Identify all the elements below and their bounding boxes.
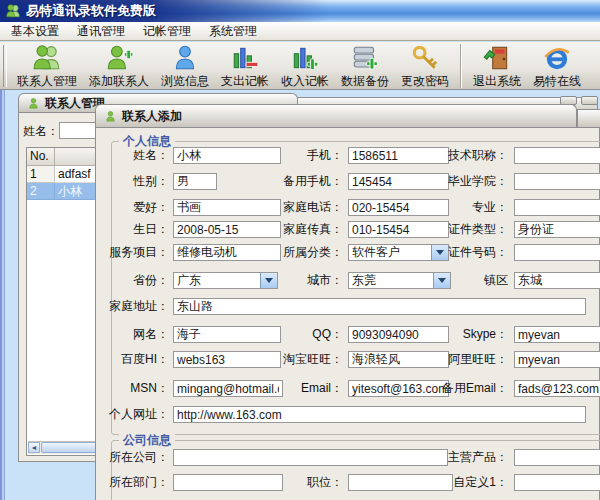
toolbar-label: 联系人管理 [17,73,77,90]
id-number-label: 证件号码： [414,244,508,261]
add-contact-icon [104,43,134,73]
data-backup-icon [350,43,380,73]
id-number-input[interactable] [514,244,600,261]
college-input[interactable] [514,173,600,190]
id-type-input[interactable] [514,221,600,238]
ali-ww-label: 阿里旺旺： [414,351,508,368]
toolbar-separator [460,44,462,88]
filter-name-label: 姓名： [23,123,57,140]
district-label: 镇区 [414,272,508,289]
custom1-label: 自定义1： [414,474,508,491]
menu-ledger-management[interactable]: 记帐管理 [134,21,200,42]
contact-add-window-title: 联系人添加 [122,108,182,125]
contact-window-icon [104,110,117,123]
column-header-no[interactable]: No. [27,148,55,165]
toolbar-label: 易特在线 [533,73,581,90]
app-title: 易特通讯录软件免费版 [26,2,156,20]
toolbar-label: 收入记帐 [281,73,329,90]
window-left-border [0,90,5,500]
toolbar-label: 更改密码 [401,73,449,90]
contact-window-icon [27,97,40,110]
home-phone-label: 家庭电话： [259,199,343,216]
id-type-label: 证件类型： [414,221,508,238]
name-label: 姓名： [96,147,169,164]
district-input[interactable] [514,272,600,289]
position-label: 职位： [259,474,343,491]
app-titlebar[interactable]: 易特通讯录软件免费版 [0,0,600,22]
home-fax-label: 家庭传真： [259,221,343,238]
category-label: 所属分类： [259,244,343,261]
province-value: 广东 [177,273,201,287]
tech-title-label: 技术职称： [414,147,508,164]
major-label: 专业： [414,199,508,216]
contact-add-window-body: 个人信息 姓名： 手机： 技术职称： 性别： 备用手机： 毕业学院： 爱好： 家… [95,127,600,500]
main-product-label: 主营产品： [414,449,508,466]
toolbar-exit-system-button[interactable]: 退出系统 [467,42,527,90]
contact-add-title-tab[interactable]: 联系人添加 [95,104,577,128]
college-label: 毕业学院： [414,173,508,190]
income-ledger-icon [290,43,320,73]
expense-ledger-icon [230,43,260,73]
department-label: 所在部门： [96,474,169,491]
gender-label: 性别： [96,173,169,190]
msn-label: MSN： [96,380,169,397]
category-value: 软件客户 [352,245,400,259]
toolbar-income-ledger-button[interactable]: 收入记帐 [275,42,335,90]
scroll-left-arrow-icon[interactable]: ◄ [28,442,40,453]
toolbar-label: 支出记帐 [221,73,269,90]
province-label: 省份： [96,272,169,289]
toolbar-online-button[interactable]: 易特在线 [527,42,587,90]
home-address-input[interactable] [173,298,586,315]
city-label: 城市： [259,272,343,289]
row-no-cell: 1 [27,166,55,183]
taobao-ww-label: 淘宝旺旺： [259,351,343,368]
mobile-label: 手机： [259,147,343,164]
toolbar: 联系人管理 添加联系人 浏览信息 [0,42,600,90]
mdi-area: 联系人管理 姓名： No. 姓名 1 adfasf 2 小林 [0,90,600,500]
toolbar-grip[interactable] [3,45,7,87]
toolbar-add-contact-button[interactable]: 添加联系人 [83,42,155,90]
menu-bar: 基本设置 通讯管理 记帐管理 系统管理 [0,22,600,41]
online-icon [542,43,572,73]
company-input[interactable] [173,449,448,466]
city-value: 东莞 [352,273,376,287]
skype-label: Skype： [414,326,508,343]
website-label: 个人网址： [96,406,169,423]
contact-add-titlebar-strip[interactable] [577,109,600,128]
toolbar-expense-ledger-button[interactable]: 支出记帐 [215,42,275,90]
toolbar-label: 添加联系人 [89,73,149,90]
toolbar-browse-info-button[interactable]: 浏览信息 [155,42,215,90]
nickname-label: 网名： [96,326,169,343]
qq-label: QQ： [259,326,343,343]
toolbar-change-password-button[interactable]: 更改密码 [395,42,455,90]
birthday-label: 生日： [96,221,169,238]
company-label: 所在公司： [96,449,169,466]
toolbar-label: 数据备份 [341,73,389,90]
app-window: 易特通讯录软件免费版 基本设置 通讯管理 记帐管理 系统管理 联系人管理 [0,0,600,500]
menu-basic-settings[interactable]: 基本设置 [2,21,68,42]
menu-system-management[interactable]: 系统管理 [200,21,266,42]
backup-email-input[interactable] [514,380,600,397]
toolbar-contacts-manage-button[interactable]: 联系人管理 [11,42,83,90]
main-product-input[interactable] [514,449,600,466]
email-label: Email： [259,380,343,397]
hobby-label: 爱好： [96,199,169,216]
toolbar-data-backup-button[interactable]: 数据备份 [335,42,395,90]
toolbar-label: 浏览信息 [161,73,209,90]
backup-mobile-label: 备用手机： [259,173,343,190]
app-icon [5,3,21,19]
contacts-manage-icon [32,43,62,73]
tech-title-input[interactable] [514,147,600,164]
ali-ww-input[interactable] [514,351,600,368]
menu-contact-management[interactable]: 通讯管理 [68,21,134,42]
website-input[interactable] [173,406,586,423]
change-password-icon [410,43,440,73]
row-no-cell: 2 [27,183,55,200]
contact-add-window: 联系人添加 个人信息 姓名： 手机： 技术职称： 性别： 备用手机： 毕业学院： [95,104,600,500]
backup-email-label: 备用Email： [414,380,508,397]
custom1-input[interactable] [514,474,600,491]
exit-system-icon [482,43,512,73]
skype-input[interactable] [514,326,600,343]
major-input[interactable] [514,199,600,216]
gender-input[interactable] [173,173,217,190]
